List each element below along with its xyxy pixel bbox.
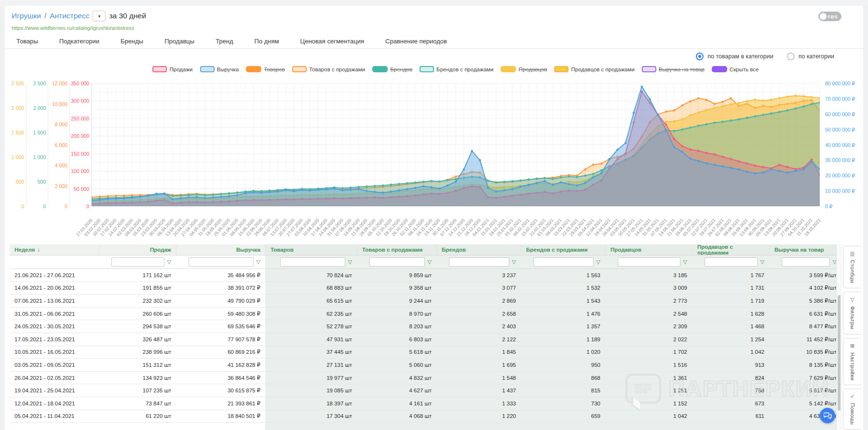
cell-Выручка: 77 907 578 ₽ (176, 333, 265, 346)
legend-item-Выручка[interactable]: Выручка (200, 66, 239, 72)
table-row[interactable]: 05.04.2021 - 11.04.202161 220 шт18 840 5… (10, 410, 841, 423)
filter-icon[interactable]: ▽ (348, 259, 352, 265)
table-row[interactable]: 24.05.2021 - 30.05.2021294 538 шт69 535 … (10, 320, 841, 333)
filter-icon[interactable]: ▽ (512, 259, 516, 265)
radio-circle-icon (696, 53, 704, 60)
column-header-Продавцов[interactable]: Продавцов (605, 244, 692, 255)
breadcrumb-separator: / (44, 12, 46, 20)
filter-icon[interactable]: ▽ (683, 259, 687, 265)
y-tick-label: 1 000 (12, 154, 24, 160)
legend-swatch (420, 66, 434, 72)
y-tick-label: 60 000 000 ₽ (825, 111, 855, 117)
filter-icon[interactable]: ▽ (597, 259, 600, 265)
table-row[interactable]: 12.04.2021 - 18.04.202173 847 шт21 393 8… (10, 397, 841, 410)
legend-label: Товаров (264, 67, 285, 72)
table-row[interactable]: 21.06.2021 - 27.06.2021171 162 шт35 484 … (10, 269, 841, 282)
legend-item-Товаров[interactable]: Товаров (246, 66, 285, 72)
toolbar-button-Настройки[interactable]: ⊞Настройки (843, 338, 861, 385)
y-tick-label: 4 000 (55, 162, 68, 168)
filter-input-Выручка на товар[interactable] (782, 257, 830, 267)
cell-Продавцов: 1 516 (605, 359, 692, 371)
cell-Продавцов с продажами: 1 628 (692, 308, 769, 320)
breadcrumb-subcategory-link[interactable]: Антистресс (50, 12, 89, 20)
legend-item-Продавцов[interactable]: Продавцов (501, 66, 547, 72)
column-header-Продаж[interactable]: Продаж (99, 244, 176, 255)
filter-input-Выручка[interactable] (189, 257, 254, 267)
radio-по категории[interactable]: по категории (787, 53, 834, 60)
table-row[interactable]: 07.06.2021 - 13.06.2021232 302 шт49 790 … (10, 295, 841, 308)
legend-item-Товаров с продажами[interactable]: Товаров с продажами (292, 66, 365, 72)
legend-swatch (372, 66, 388, 72)
filter-icon[interactable]: ▽ (760, 259, 764, 265)
table-row[interactable]: 17.05.2021 - 23.05.2021326 487 шт77 907 … (10, 333, 841, 346)
table-row[interactable]: 03.05.2021 - 09.05.2021151 312 шт41 162 … (10, 359, 841, 372)
breadcrumb-category-link[interactable]: Игрушки (12, 12, 41, 20)
cell-Выручка: 59 480 308 ₽ (176, 308, 265, 320)
table-row[interactable]: 19.04.2021 - 25.04.2021107 235 шт30 615 … (10, 384, 841, 397)
y-tick-label: 100 000 (71, 168, 89, 174)
filter-input-Продавцов[interactable] (618, 257, 680, 267)
cell-Выручка: 21 393 861 ₽ (176, 397, 265, 410)
cell-Товаров: 37 445 шт (265, 346, 357, 359)
subcategory-dropdown[interactable]: ▾ (93, 11, 106, 21)
filter-icon[interactable]: ▽ (257, 259, 260, 265)
table-row[interactable]: 14.06.2021 - 20.06.2021191 855 шт38 391 … (10, 282, 841, 295)
table-scrollbar[interactable] (836, 244, 841, 430)
table-row[interactable]: 26.04.2021 - 02.05.2021134 923 шт36 864 … (10, 372, 841, 385)
scrollbar-thumb[interactable] (838, 295, 841, 411)
filter-input-Брендов с продажами[interactable] (533, 257, 594, 267)
sort-desc-icon[interactable]: ↓ (37, 247, 40, 253)
period-label: за 30 дней (109, 12, 146, 20)
column-header-Товаров с продажами[interactable]: Товаров с продажами (357, 244, 436, 255)
cell-Брендов: 2 869 (436, 295, 521, 307)
column-header-Выручка на товар[interactable]: Выручка на товар (769, 244, 841, 255)
cell-Брендов с продажами: 1 357 (521, 320, 605, 333)
cell-Брендов с продажами: 815 (521, 384, 605, 397)
fbs-toggle[interactable]: FBS (818, 12, 841, 21)
cell-partial (10, 423, 99, 430)
filter-icon[interactable]: ▽ (167, 259, 171, 265)
cell-Неделя: 24.05.2021 - 30.05.2021 (10, 320, 99, 333)
category-url-link[interactable]: https://www.wildberries.ru/catalog/igrus… (12, 25, 134, 31)
cell-Продавцов: 3 009 (605, 282, 692, 295)
table-row[interactable]: 31.05.2021 - 06.06.2021260 606 шт59 480 … (10, 308, 841, 321)
legend-item-Брендов[interactable]: Брендов (372, 66, 412, 72)
filter-input-Товаров с продажами[interactable] (369, 257, 425, 267)
column-header-Товаров[interactable]: Товаров (265, 244, 357, 255)
toolbar-button-Помощь[interactable]: ✓Помощь (843, 389, 861, 430)
toolbar-label: Столбцы (850, 260, 855, 283)
filter-input-Продавцов с продажами[interactable] (705, 257, 758, 267)
column-header-Брендов с продажами[interactable]: Брендов с продажами (521, 244, 605, 255)
cell-Выручка на товар: 6 631 ₽/шт (769, 308, 841, 320)
toolbar-button-Фильтры[interactable]: ▽Фильтры (843, 292, 861, 334)
cell-Товаров: 65 615 шт (265, 295, 357, 307)
filter-icon: ▽ (850, 296, 854, 303)
table-row[interactable]: 10.05.2021 - 16.05.2021238 996 шт60 869 … (10, 346, 841, 359)
legend-swatch (152, 66, 167, 72)
filter-cell: ▽ (605, 255, 692, 269)
cell-Продавцов: 2 773 (605, 295, 692, 307)
legend-item-Продажи[interactable]: Продажи (152, 66, 192, 72)
filter-icon[interactable]: ▽ (428, 259, 432, 265)
chart-legend: ПродажиВыручкаТоваровТоваров с продажами… (92, 66, 820, 72)
cell-Брендов с продажами: 1 543 (521, 295, 605, 307)
legend-item-Скрыть все[interactable]: Скрыть все (712, 66, 759, 72)
radio-по товарам в категории[interactable]: по товарам в категории (696, 53, 773, 60)
cell-Выручка: 69 535 646 ₽ (176, 320, 265, 333)
toolbar-button-Столбцы[interactable]: |||Столбцы (843, 246, 861, 288)
chat-button[interactable] (820, 408, 835, 423)
trend-chart[interactable] (92, 83, 820, 206)
filter-input-Продаж[interactable] (111, 257, 164, 267)
cell-Выручка на товар: 5 386 ₽/шт (769, 295, 841, 307)
legend-item-Выручка на товар[interactable]: Выручка на товар (642, 66, 705, 72)
legend-item-Продавцов с продажами[interactable]: Продавцов с продажами (554, 66, 634, 72)
column-header-Брендов[interactable]: Брендов (436, 244, 521, 255)
filter-input-Товаров[interactable] (280, 257, 345, 267)
column-header-Продавцов с продажами[interactable]: Продавцов с продажами (692, 244, 769, 255)
y-tick-label: 200 000 (71, 133, 89, 139)
radio-label: по категории (799, 53, 834, 60)
legend-item-Брендов с продажами[interactable]: Брендов с продажами (420, 66, 493, 72)
column-header-Неделя[interactable]: Неделя↓ (10, 244, 99, 255)
filter-input-Брендов[interactable] (449, 257, 509, 267)
column-header-Выручка[interactable]: Выручка (176, 244, 265, 255)
